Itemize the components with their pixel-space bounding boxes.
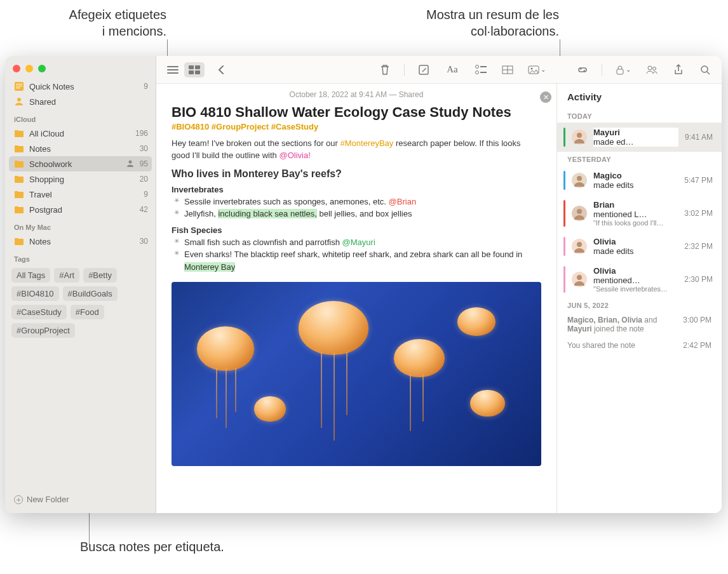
note-editor[interactable]: ✕ October 18, 2022 at 9:41 AM — Shared B… (156, 84, 556, 513)
mention-brian[interactable]: @Brian (389, 197, 417, 206)
activity-section-jun5: JUN 5, 2022 (557, 298, 722, 312)
folder-icon (14, 204, 24, 215)
sidebar-item-count: 20 (140, 175, 148, 184)
sidebar-item-label: Notes (29, 144, 135, 154)
folder-icon (14, 159, 24, 169)
sidebar-item-count: 30 (140, 237, 148, 246)
fullscreen-window-button[interactable] (38, 65, 46, 72)
activity-color-bar (563, 200, 565, 227)
note-bullet: Small fish such as clownfish and parrotf… (172, 236, 541, 249)
sidebar-folder-postgrad[interactable]: Postgrad 42 (5, 202, 156, 217)
note-tags: #BIO4810 #GroupProject #CaseStudy (172, 122, 541, 131)
sidebar-folder-shopping[interactable]: Shopping 20 (5, 171, 156, 187)
highlighted-text: Monterey Bay (184, 262, 235, 272)
close-activity-button[interactable]: ✕ (540, 91, 551, 103)
svg-point-29 (577, 176, 582, 181)
tag-chip[interactable]: #Art (54, 268, 79, 283)
svg-point-24 (648, 66, 652, 70)
tag-chip[interactable]: All Tags (11, 268, 50, 283)
svg-rect-9 (189, 65, 194, 69)
quick-notes-icon (14, 81, 24, 91)
activity-share-entry: You shared the note 2:42 PM (557, 337, 722, 354)
svg-rect-12 (195, 70, 200, 74)
activity-row[interactable]: Olivia made edits 2:32 PM (557, 232, 722, 261)
notes-window: Quick Notes 9 Shared iCloud All iCloud 1… (5, 56, 722, 513)
sidebar: Quick Notes 9 Shared iCloud All iCloud 1… (5, 56, 156, 513)
collaborate-button[interactable] (642, 62, 662, 77)
media-button[interactable]: ⌄ (524, 62, 549, 77)
svg-rect-7 (167, 69, 179, 70)
plus-icon (14, 495, 23, 504)
activity-text: Olivia made edits (593, 237, 678, 256)
inline-tag[interactable]: #MontereyBay (340, 138, 394, 148)
svg-rect-17 (480, 72, 487, 73)
activity-time: 5:47 PM (684, 176, 713, 185)
format-button[interactable]: Aa (440, 62, 464, 77)
activity-join-entry: Magico, Brian, Olivia and Mayuri joined … (557, 312, 722, 337)
sidebar-section-header: On My Mac (5, 217, 156, 234)
share-button[interactable] (668, 62, 689, 77)
note-bullet: Even sharks! The blacktip reef shark, wh… (172, 248, 541, 273)
activity-row[interactable]: Olivia mentioned… "Sessile invertebrates… (557, 261, 722, 298)
sidebar-folder-all-icloud[interactable]: All iCloud 196 (5, 126, 156, 141)
link-button[interactable] (572, 62, 593, 77)
tag-chip[interactable]: #Food (71, 305, 104, 319)
tag-chip[interactable]: #BuildGoals (63, 286, 118, 301)
tag-chip[interactable]: #Betty (83, 268, 117, 283)
activity-time: 3:02 PM (684, 209, 713, 218)
activity-row[interactable]: Magico made edits 5:47 PM (557, 166, 722, 195)
tag-chip[interactable]: #BIO4810 (11, 286, 59, 301)
svg-rect-2 (16, 86, 22, 86)
svg-rect-15 (480, 66, 487, 67)
sidebar-item-count: 9 (144, 190, 148, 199)
chevron-down-icon: ⌄ (541, 66, 546, 73)
sidebar-item-label: Notes (29, 237, 135, 246)
lock-button[interactable]: ⌄ (611, 62, 635, 77)
svg-rect-3 (16, 88, 20, 88)
sidebar-shared[interactable]: Shared (5, 94, 156, 109)
activity-row[interactable]: Brian mentioned L… "If this looks good I… (557, 195, 722, 232)
folder-icon (14, 128, 24, 138)
table-button[interactable] (497, 62, 518, 77)
list-view-button[interactable] (163, 62, 183, 77)
trash-button[interactable] (375, 62, 395, 77)
toolbar: Aa ⌄ ⌄ (156, 56, 722, 84)
mention-mayuri[interactable]: @Mayuri (342, 237, 375, 247)
sidebar-tags: All Tags#Art#Betty#BIO4810#BuildGoals#Ca… (5, 265, 156, 340)
tag-chip[interactable]: #CaseStudy (11, 305, 67, 319)
activity-time: 2:30 PM (684, 275, 713, 284)
avatar (572, 130, 587, 145)
highlighted-text: including black sea nettles, (218, 209, 316, 218)
sidebar-folder-schoolwork[interactable]: Schoolwork 95 (9, 156, 152, 171)
svg-point-4 (17, 98, 21, 102)
new-folder-button[interactable]: New Folder (5, 490, 156, 509)
gallery-view-button[interactable] (184, 62, 205, 77)
note-title: BIO 4810 Shallow Water Ecology Case Stud… (172, 104, 541, 121)
activity-text: Mayuri made ed… (593, 128, 678, 147)
sidebar-item-label: Quick Notes (29, 82, 138, 91)
svg-rect-10 (195, 65, 200, 69)
tag-chip[interactable]: #GroupProject (11, 323, 75, 338)
close-window-button[interactable] (13, 65, 20, 72)
sidebar-folder-travel[interactable]: Travel 9 (5, 187, 156, 202)
svg-point-22 (531, 67, 533, 69)
note-subheading: Invertebrates (172, 185, 541, 194)
sidebar-item-count: 9 (144, 82, 148, 91)
sidebar-section-header: iCloud (5, 109, 156, 126)
mention-olivia[interactable]: @Olivia! (279, 150, 310, 160)
new-note-button[interactable] (414, 62, 434, 77)
sidebar-item-label: Postgrad (29, 205, 135, 215)
callout-tags-mentions: Afegeix etiquetes i mencions. (27, 6, 166, 39)
svg-point-30 (577, 209, 582, 214)
svg-point-14 (476, 65, 479, 68)
activity-row[interactable]: Mayuri made ed… 9:41 AM (557, 123, 722, 152)
minimize-window-button[interactable] (25, 65, 33, 72)
svg-point-31 (577, 242, 582, 247)
note-subheading: Fish Species (172, 225, 541, 235)
checklist-button[interactable] (471, 62, 491, 77)
sidebar-quick-notes[interactable]: Quick Notes 9 (5, 79, 156, 94)
sidebar-folder-notes[interactable]: Notes 30 (5, 234, 156, 249)
search-button[interactable] (695, 62, 715, 77)
back-button[interactable] (211, 62, 231, 77)
sidebar-folder-notes[interactable]: Notes 30 (5, 141, 156, 156)
